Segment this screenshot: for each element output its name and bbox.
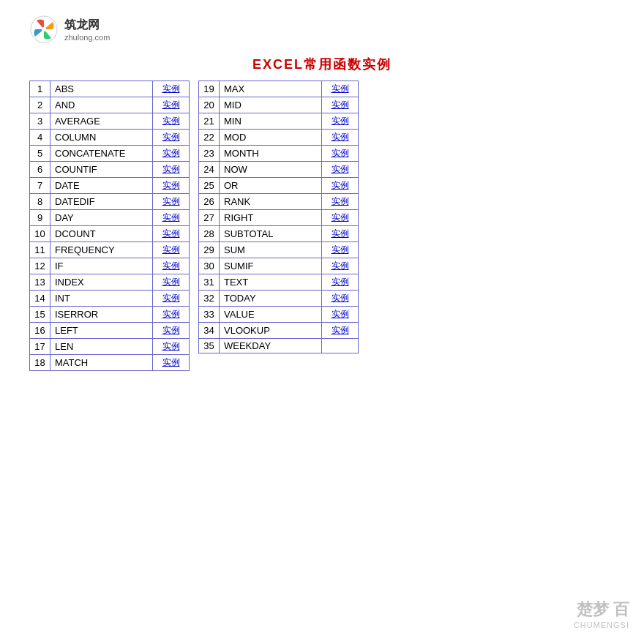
func-link[interactable]: 实例 bbox=[332, 116, 349, 126]
func-link[interactable]: 实例 bbox=[332, 148, 349, 158]
func-link[interactable]: 实例 bbox=[162, 228, 180, 239]
func-link-cell[interactable]: 实例 bbox=[322, 194, 359, 210]
func-name: INT bbox=[50, 291, 153, 307]
func-link-cell[interactable]: 实例 bbox=[153, 258, 190, 274]
func-link-cell[interactable]: 实例 bbox=[322, 291, 359, 307]
func-link-cell[interactable]: 实例 bbox=[322, 307, 359, 323]
func-link[interactable]: 实例 bbox=[332, 325, 349, 335]
func-link[interactable]: 实例 bbox=[332, 164, 349, 174]
logo-url: zhulong.com bbox=[64, 33, 110, 42]
table-row: 25 OR 实例 bbox=[199, 178, 359, 194]
row-number: 26 bbox=[199, 194, 220, 210]
func-link[interactable]: 实例 bbox=[162, 148, 180, 158]
func-name: DAY bbox=[50, 210, 153, 226]
table-row: 5 CONCATENATE 实例 bbox=[30, 146, 190, 162]
func-link[interactable]: 实例 bbox=[332, 180, 349, 190]
table-row: 27 RIGHT 实例 bbox=[199, 210, 359, 226]
func-link[interactable]: 实例 bbox=[332, 212, 349, 222]
func-name: TEXT bbox=[220, 274, 322, 291]
table-row: 24 NOW 实例 bbox=[199, 162, 359, 178]
func-link[interactable]: 实例 bbox=[332, 132, 349, 142]
row-number: 29 bbox=[199, 242, 220, 258]
func-link-cell[interactable]: 实例 bbox=[322, 210, 359, 226]
func-link[interactable]: 实例 bbox=[332, 277, 349, 287]
row-number: 30 bbox=[199, 258, 220, 274]
func-name: MOD bbox=[220, 130, 322, 146]
func-link[interactable]: 实例 bbox=[162, 212, 180, 222]
func-link-cell[interactable]: 实例 bbox=[153, 130, 190, 146]
func-link-cell[interactable]: 实例 bbox=[153, 194, 190, 210]
func-link-cell[interactable]: 实例 bbox=[322, 226, 359, 242]
func-link-cell[interactable] bbox=[322, 339, 359, 353]
func-link-cell[interactable]: 实例 bbox=[153, 146, 190, 162]
func-link[interactable]: 实例 bbox=[162, 244, 180, 255]
tables-container: 1 ABS 实例 2 AND 实例 3 AVERAGE 实例 4 COLUMN … bbox=[29, 80, 615, 371]
func-link[interactable]: 实例 bbox=[162, 180, 180, 190]
func-link[interactable]: 实例 bbox=[162, 277, 180, 287]
func-link-cell[interactable]: 实例 bbox=[153, 274, 190, 291]
table-row: 19 MAX 实例 bbox=[199, 81, 359, 97]
table-row: 10 DCOUNT 实例 bbox=[30, 226, 190, 242]
func-link-cell[interactable]: 实例 bbox=[153, 162, 190, 178]
func-link-cell[interactable]: 实例 bbox=[153, 226, 190, 242]
func-link[interactable]: 实例 bbox=[162, 83, 180, 94]
func-name: OR bbox=[220, 178, 322, 194]
func-link[interactable]: 实例 bbox=[162, 357, 180, 367]
func-link-cell[interactable]: 实例 bbox=[153, 323, 190, 339]
func-link[interactable]: 实例 bbox=[162, 132, 180, 142]
func-link-cell[interactable]: 实例 bbox=[322, 274, 359, 291]
func-link[interactable]: 实例 bbox=[332, 83, 349, 94]
row-number: 23 bbox=[199, 146, 220, 162]
func-link[interactable]: 实例 bbox=[332, 293, 349, 303]
func-link[interactable]: 实例 bbox=[332, 244, 349, 255]
func-link[interactable]: 实例 bbox=[162, 100, 180, 110]
page-title: EXCEL常用函数实例 bbox=[29, 56, 615, 73]
func-link-cell[interactable]: 实例 bbox=[153, 178, 190, 194]
func-link-cell[interactable]: 实例 bbox=[153, 113, 190, 130]
func-link-cell[interactable]: 实例 bbox=[153, 210, 190, 226]
func-link-cell[interactable]: 实例 bbox=[322, 258, 359, 274]
func-name: LEFT bbox=[50, 323, 153, 339]
func-link[interactable]: 实例 bbox=[162, 309, 180, 319]
func-link[interactable]: 实例 bbox=[162, 325, 180, 335]
func-link[interactable]: 实例 bbox=[332, 309, 349, 319]
func-link[interactable]: 实例 bbox=[332, 228, 349, 239]
func-name: MIN bbox=[220, 113, 322, 130]
func-link-cell[interactable]: 实例 bbox=[322, 130, 359, 146]
func-link[interactable]: 实例 bbox=[332, 100, 349, 110]
func-link-cell[interactable]: 实例 bbox=[153, 355, 190, 371]
table-row: 17 LEN 实例 bbox=[30, 339, 190, 355]
func-link-cell[interactable]: 实例 bbox=[322, 113, 359, 130]
func-link-cell[interactable]: 实例 bbox=[153, 291, 190, 307]
func-link-cell[interactable]: 实例 bbox=[322, 162, 359, 178]
watermark-line2: CHUMENGSI bbox=[574, 621, 629, 629]
table-row: 28 SUBTOTAL 实例 bbox=[199, 226, 359, 242]
func-link-cell[interactable]: 实例 bbox=[322, 81, 359, 97]
func-link[interactable]: 实例 bbox=[162, 196, 180, 206]
row-number: 16 bbox=[30, 323, 50, 339]
func-link-cell[interactable]: 实例 bbox=[153, 81, 190, 97]
row-number: 35 bbox=[199, 339, 220, 353]
func-link[interactable]: 实例 bbox=[162, 164, 180, 174]
func-link[interactable]: 实例 bbox=[162, 293, 180, 303]
func-link-cell[interactable]: 实例 bbox=[153, 97, 190, 113]
row-number: 15 bbox=[30, 307, 50, 323]
func-link-cell[interactable]: 实例 bbox=[153, 339, 190, 355]
table-row: 32 TODAY 实例 bbox=[199, 291, 359, 307]
func-link[interactable]: 实例 bbox=[162, 341, 180, 351]
func-name: COUNTIF bbox=[50, 162, 153, 178]
func-name: LEN bbox=[50, 339, 153, 355]
func-link-cell[interactable]: 实例 bbox=[153, 307, 190, 323]
func-link-cell[interactable]: 实例 bbox=[153, 242, 190, 258]
func-link-cell[interactable]: 实例 bbox=[322, 242, 359, 258]
func-link-cell[interactable]: 实例 bbox=[322, 97, 359, 113]
func-link[interactable]: 实例 bbox=[332, 196, 349, 206]
func-link[interactable]: 实例 bbox=[162, 261, 180, 271]
func-link[interactable]: 实例 bbox=[332, 261, 349, 271]
func-link-cell[interactable]: 实例 bbox=[322, 146, 359, 162]
func-link-cell[interactable]: 实例 bbox=[322, 323, 359, 339]
row-number: 28 bbox=[199, 226, 220, 242]
func-link[interactable]: 实例 bbox=[162, 116, 180, 126]
right-table: 19 MAX 实例 20 MID 实例 21 MIN 实例 22 MOD 实例 … bbox=[198, 80, 359, 353]
func-link-cell[interactable]: 实例 bbox=[322, 178, 359, 194]
